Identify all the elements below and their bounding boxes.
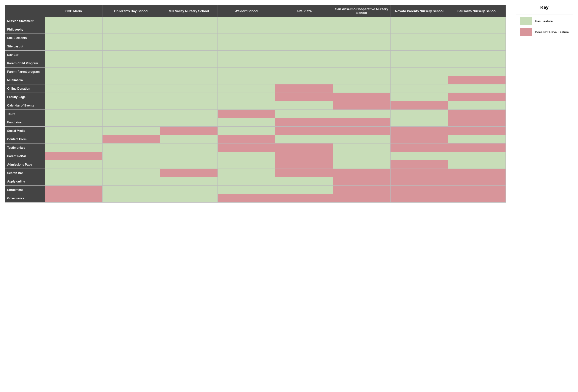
- cell-r17-c0: [45, 160, 102, 169]
- cell-r12-c5: [333, 118, 390, 127]
- cell-r18-c6: [390, 169, 448, 177]
- cell-r9-c1: [102, 93, 160, 101]
- cell-r5-c7: [448, 59, 506, 67]
- cell-r1-c7: [448, 25, 506, 34]
- cell-r11-c0: [45, 110, 102, 118]
- cell-r9-c0: [45, 93, 102, 101]
- cell-r0-c2: [160, 17, 218, 25]
- column-header-novato: Novato Parents Nursery School: [390, 5, 448, 17]
- cell-r13-c3: [218, 127, 275, 135]
- cell-r17-c7: [448, 160, 506, 169]
- table-row: Online Donation: [5, 84, 506, 93]
- cell-r20-c7: [448, 186, 506, 194]
- row-label-12: Fundraiser: [5, 118, 45, 127]
- cell-r8-c0: [45, 84, 102, 93]
- cell-r4-c1: [102, 51, 160, 59]
- cell-r0-c7: [448, 17, 506, 25]
- cell-r3-c0: [45, 42, 102, 51]
- cell-r18-c7: [448, 169, 506, 177]
- cell-r20-c2: [160, 186, 218, 194]
- cell-r15-c3: [218, 144, 275, 152]
- cell-r11-c6: [390, 110, 448, 118]
- cell-r13-c4: [275, 127, 333, 135]
- cell-r6-c1: [102, 67, 160, 76]
- cell-r12-c1: [102, 118, 160, 127]
- cell-r9-c7: [448, 93, 506, 101]
- cell-r7-c7: [448, 76, 506, 84]
- cell-r10-c3: [218, 101, 275, 110]
- cell-r10-c6: [390, 101, 448, 110]
- does-not-have-feature-label: Does Not Have Feature: [535, 30, 569, 34]
- cell-r16-c6: [390, 152, 448, 160]
- cell-r10-c2: [160, 101, 218, 110]
- cell-r17-c1: [102, 160, 160, 169]
- cell-r1-c4: [275, 25, 333, 34]
- table-row: Faculty Page: [5, 93, 506, 101]
- cell-r16-c3: [218, 152, 275, 160]
- table-row: Social Media: [5, 127, 506, 135]
- row-label-14: Contact Form: [5, 135, 45, 144]
- cell-r2-c3: [218, 34, 275, 42]
- cell-r9-c6: [390, 93, 448, 101]
- cell-r4-c6: [390, 51, 448, 59]
- row-label-9: Faculty Page: [5, 93, 45, 101]
- cell-r8-c1: [102, 84, 160, 93]
- cell-r0-c4: [275, 17, 333, 25]
- cell-r18-c1: [102, 169, 160, 177]
- cell-r19-c5: [333, 177, 390, 186]
- table-row: Site Layout: [5, 42, 506, 51]
- cell-r13-c7: [448, 127, 506, 135]
- comparison-table: CCC Marin Children's Day School Mill Val…: [5, 5, 506, 202]
- cell-r4-c7: [448, 51, 506, 59]
- row-label-3: Site Layout: [5, 42, 45, 51]
- legend-title: Key: [516, 5, 573, 10]
- table-row: Fundraiser: [5, 118, 506, 127]
- row-label-0: Mission Statement: [5, 17, 45, 25]
- cell-r4-c2: [160, 51, 218, 59]
- cell-r7-c1: [102, 76, 160, 84]
- row-label-18: Search Bar: [5, 169, 45, 177]
- cell-r6-c2: [160, 67, 218, 76]
- cell-r13-c6: [390, 127, 448, 135]
- cell-r15-c6: [390, 144, 448, 152]
- cell-r5-c5: [333, 59, 390, 67]
- cell-r9-c2: [160, 93, 218, 101]
- cell-r3-c5: [333, 42, 390, 51]
- cell-r7-c2: [160, 76, 218, 84]
- column-header-sausalito: Sausalito Nursery School: [448, 5, 506, 17]
- cell-r11-c3: [218, 110, 275, 118]
- cell-r16-c1: [102, 152, 160, 160]
- cell-r20-c0: [45, 186, 102, 194]
- cell-r20-c6: [390, 186, 448, 194]
- cell-r12-c6: [390, 118, 448, 127]
- cell-r9-c3: [218, 93, 275, 101]
- row-label-7: Multimedia: [5, 76, 45, 84]
- cell-r18-c4: [275, 169, 333, 177]
- table-row: Parent-Parent program: [5, 67, 506, 76]
- cell-r21-c2: [160, 194, 218, 202]
- cell-r21-c4: [275, 194, 333, 202]
- cell-r17-c2: [160, 160, 218, 169]
- cell-r7-c5: [333, 76, 390, 84]
- cell-r17-c4: [275, 160, 333, 169]
- cell-r3-c3: [218, 42, 275, 51]
- cell-r21-c1: [102, 194, 160, 202]
- cell-r1-c3: [218, 25, 275, 34]
- table-row: Governance: [5, 194, 506, 202]
- cell-r19-c7: [448, 177, 506, 186]
- cell-r10-c0: [45, 101, 102, 110]
- cell-r14-c7: [448, 135, 506, 144]
- column-header-alta-plaza: Alta Plaza: [275, 5, 333, 17]
- column-header-ccc-marin: CCC Marin: [45, 5, 102, 17]
- cell-r6-c4: [275, 67, 333, 76]
- table-row: Calendar of Events: [5, 101, 506, 110]
- cell-r14-c1: [102, 135, 160, 144]
- cell-r2-c4: [275, 34, 333, 42]
- cell-r14-c5: [333, 135, 390, 144]
- table-row: Tours: [5, 110, 506, 118]
- cell-r13-c2: [160, 127, 218, 135]
- cell-r19-c1: [102, 177, 160, 186]
- table-row: Multimedia: [5, 76, 506, 84]
- row-label-21: Governance: [5, 194, 45, 202]
- cell-r14-c0: [45, 135, 102, 144]
